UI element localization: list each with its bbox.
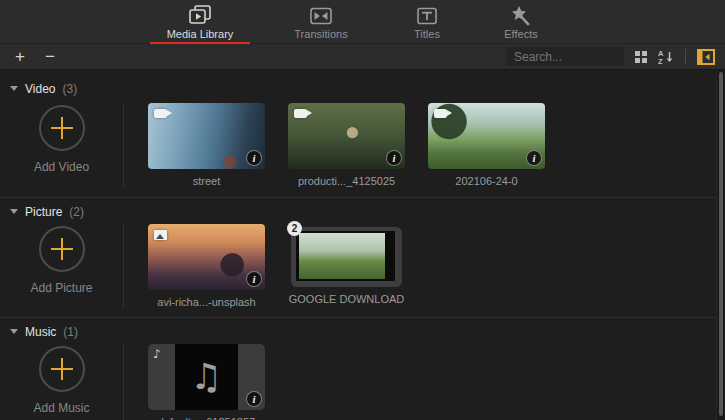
info-icon[interactable]: [246, 271, 262, 287]
collapse-triangle-icon[interactable]: [10, 209, 18, 214]
search-input[interactable]: [506, 47, 624, 66]
media-library-icon: [188, 4, 212, 28]
add-music-button[interactable]: Add Music: [0, 344, 123, 415]
section-video: Video (3) Add Video street: [0, 70, 725, 197]
tab-bar: Media Library Transitions Titles: [0, 0, 725, 44]
section-picture: Picture (2) Add Picture avi-richa...-uns…: [0, 197, 725, 317]
remove-media-button[interactable]: −: [40, 48, 60, 65]
tab-effects[interactable]: Effects: [491, 0, 551, 44]
add-picture-button[interactable]: Add Picture: [0, 224, 123, 295]
video-camera-icon: [154, 109, 167, 118]
section-count: (3): [62, 82, 77, 96]
media-toolbar: + − A Z: [0, 44, 725, 70]
music-note-icon: ♪: [153, 347, 161, 361]
media-item-video[interactable]: producti..._4125025: [288, 103, 405, 188]
add-media-button[interactable]: +: [10, 48, 30, 65]
collapse-triangle-icon[interactable]: [10, 86, 18, 91]
item-count-badge: 2: [287, 221, 302, 236]
section-header: Video (3): [0, 70, 725, 97]
media-item-picture[interactable]: avi-richa...-unsplash: [148, 224, 265, 309]
plus-circle-icon: [39, 105, 85, 151]
media-item-label: default..._61851357: [148, 415, 265, 420]
info-icon[interactable]: [386, 150, 402, 166]
picture-icon: [154, 230, 167, 240]
tab-media-library[interactable]: Media Library: [150, 0, 250, 44]
info-icon[interactable]: [246, 391, 262, 407]
add-label: Add Music: [33, 401, 89, 415]
plus-circle-icon: [39, 226, 85, 272]
tab-titles[interactable]: Titles: [397, 0, 457, 44]
info-icon[interactable]: [526, 150, 542, 166]
section-title: Video: [25, 82, 55, 96]
add-video-button[interactable]: Add Video: [0, 103, 123, 174]
media-list: Video (3) Add Video street: [0, 70, 725, 420]
media-item-video[interactable]: street: [148, 103, 265, 188]
section-music: Music (1) Add Music ♪ ♫ default..: [0, 317, 725, 420]
music-thumbnail: ♪ ♫: [148, 344, 265, 410]
media-item-label: producti..._4125025: [288, 174, 405, 188]
scrollbar-track: [716, 70, 725, 420]
video-camera-icon: [294, 109, 307, 118]
toolbar-divider: [685, 49, 686, 64]
section-header: Music (1): [0, 318, 725, 340]
video-thumbnail: [148, 103, 265, 169]
collapse-panel-icon[interactable]: [697, 49, 715, 65]
media-item-label: avi-richa...-unsplash: [148, 295, 265, 309]
svg-text:Z: Z: [658, 57, 663, 65]
tab-label: Media Library: [167, 28, 234, 41]
tab-label: Effects: [504, 28, 537, 41]
sort-icon[interactable]: A Z: [658, 49, 674, 64]
media-item-music[interactable]: ♪ ♫ default..._61851357: [148, 344, 265, 420]
grid-view-icon[interactable]: [635, 51, 647, 63]
scrollbar[interactable]: [719, 72, 723, 416]
media-item-label: 202106-24-0: [428, 174, 545, 188]
picture-thumbnail: [148, 224, 265, 290]
titles-icon: [417, 4, 437, 28]
media-item-folder[interactable]: 2 GOOGLE DOWNLOAD: [288, 224, 405, 309]
folder-preview-image: [299, 233, 385, 279]
section-count: (2): [69, 205, 84, 219]
tab-label: Titles: [414, 28, 440, 41]
info-icon[interactable]: [246, 150, 262, 166]
add-label: Add Picture: [30, 281, 92, 295]
music-note-icon: ♫: [190, 359, 222, 395]
media-item-video[interactable]: 202106-24-0: [428, 103, 545, 188]
plus-circle-icon: [39, 346, 85, 392]
section-header: Picture (2): [0, 198, 725, 220]
music-tile: ♫: [175, 344, 238, 410]
tab-transitions[interactable]: Transitions: [286, 0, 356, 44]
folder-thumbnail: 2: [291, 227, 402, 287]
transitions-icon: [310, 4, 332, 28]
video-thumbnail: [428, 103, 545, 169]
section-title: Picture: [25, 205, 62, 219]
add-label: Add Video: [34, 160, 89, 174]
active-tab-underline: [150, 42, 250, 44]
video-camera-icon: [434, 109, 447, 118]
media-item-label: GOOGLE DOWNLOAD: [288, 292, 405, 306]
video-thumbnail: [288, 103, 405, 169]
section-title: Music: [25, 325, 56, 339]
collapse-triangle-icon[interactable]: [10, 329, 18, 334]
section-count: (1): [63, 325, 78, 339]
tab-label: Transitions: [294, 28, 347, 41]
effects-icon: [510, 4, 532, 28]
media-item-label: street: [148, 174, 265, 188]
